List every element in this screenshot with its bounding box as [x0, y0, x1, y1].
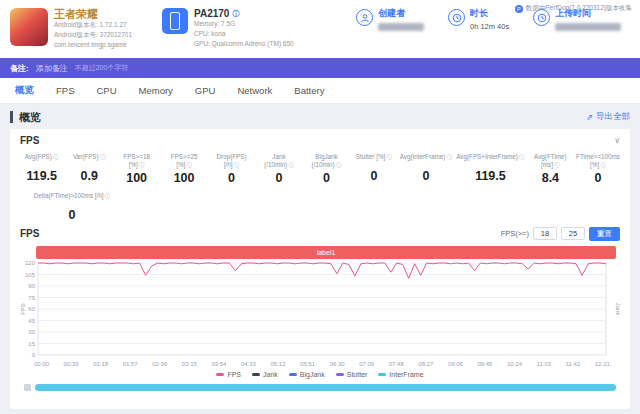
svg-text:0: 0 — [32, 352, 36, 358]
device-cpu: CPU: kona — [194, 29, 294, 39]
legend-marker — [252, 373, 260, 376]
info-icon: ⓘ — [234, 162, 240, 168]
metric-label: FTime>=100ms [%]ⓘ — [576, 153, 620, 170]
phone-icon — [162, 8, 188, 34]
creator-label: 创建者 — [378, 8, 424, 18]
scrollbar-handle[interactable] — [24, 384, 31, 391]
fps-metrics-grid: Avg(FPS)ⓘ119.5Var(FPS)ⓘ0.9FPS>=18 [%]ⓘ10… — [20, 153, 620, 185]
fps-chart-title: FPS — [20, 228, 39, 239]
add-note-input[interactable]: 添加备注 — [36, 63, 68, 74]
metric-value: 0.9 — [67, 169, 110, 183]
svg-text:45: 45 — [28, 317, 35, 323]
threshold-label: FPS(>=) — [501, 229, 529, 238]
upload-time-value-redacted — [555, 23, 621, 31]
fps-chart[interactable]: FPS 0153045607590105120 Jank — [20, 260, 620, 360]
tab-Network[interactable]: Network — [226, 78, 283, 103]
tab-CPU[interactable]: CPU — [85, 78, 127, 103]
legend-Stutter[interactable]: Stutter — [336, 371, 368, 378]
svg-text:75: 75 — [28, 294, 35, 300]
x-tick: 01:57 — [123, 361, 138, 367]
content-area: 概览 ⇗ 导出全部 FPS ∨ Avg(FPS)ⓘ119.5Var(FPS)ⓘ0… — [0, 104, 640, 414]
y-axis-right-title: Jank — [616, 302, 622, 315]
info-icon: ⓘ — [600, 162, 606, 168]
info-icon: ⓘ — [519, 154, 525, 160]
x-tick: 07:48 — [389, 361, 404, 367]
device-info-icon[interactable]: ⓘ — [232, 8, 239, 19]
x-axis-ticks: 00:0000:3901:1801:5702:3603:1503:5404:33… — [34, 361, 610, 367]
metric-label: Avg(FPS)ⓘ — [20, 153, 63, 168]
clock-icon — [448, 9, 465, 26]
chart-legend: FPSJankBigJankStutterInterFrame — [20, 371, 620, 378]
tab-概览[interactable]: 概览 — [4, 78, 45, 103]
info-icon: ⓘ — [139, 162, 145, 168]
metric-Avg(FPS+InterFrame): Avg(FPS+InterFrame)ⓘ119.5 — [456, 153, 524, 185]
metric-Avg(InterFrame): Avg(InterFrame)ⓘ0 — [400, 153, 453, 185]
creator-meta: 创建者 — [356, 8, 424, 31]
info-icon: ⓘ — [386, 154, 392, 160]
tab-Memory[interactable]: Memory — [128, 78, 184, 103]
metric-label: FPS>=18 [%]ⓘ — [115, 153, 158, 170]
note-hint: 不超过200个字符 — [75, 63, 129, 73]
info-icon: ⓘ — [336, 162, 342, 168]
legend-Jank[interactable]: Jank — [252, 371, 278, 378]
export-all-link[interactable]: ⇗ 导出全部 — [586, 111, 630, 123]
info-icon: ⓘ — [53, 154, 59, 160]
app-version-name: Android版本名: 1.72.1.27 — [54, 20, 132, 30]
metric-value: 119.5 — [456, 169, 524, 183]
creator-icon — [356, 9, 373, 26]
legend-InterFrame[interactable]: InterFrame — [378, 371, 423, 378]
metric-value: 0 — [352, 169, 395, 183]
info-icon: ⓘ — [100, 154, 106, 160]
label-banner[interactable]: label1 — [36, 246, 616, 259]
device-name: PA2170 ⓘ — [194, 8, 294, 19]
x-tick: 05:12 — [271, 361, 286, 367]
metric-value: 0 — [305, 171, 348, 185]
fps-card: FPS ∨ Avg(FPS)ⓘ119.5Var(FPS)ⓘ0.9FPS>=18 … — [10, 129, 630, 409]
info-icon: ⓘ — [554, 162, 560, 168]
overview-section-head: 概览 ⇗ 导出全部 — [10, 111, 630, 123]
legend-BigJank[interactable]: BigJank — [289, 371, 325, 378]
reset-button[interactable]: 重置 — [589, 227, 620, 241]
metric-Avg(FTime) [ms]: Avg(FTime) [ms]ⓘ8.4 — [529, 153, 572, 185]
svg-text:30: 30 — [28, 329, 35, 335]
legend-FPS[interactable]: FPS — [216, 371, 241, 378]
threshold-input-2[interactable] — [561, 227, 585, 240]
x-tick: 03:54 — [211, 361, 226, 367]
app-title: 王者荣耀 — [54, 8, 132, 20]
svg-text:60: 60 — [28, 306, 35, 312]
metric-Var(FPS): Var(FPS)ⓘ0.9 — [67, 153, 110, 185]
fps-line-chart[interactable]: 0153045607590105120 — [20, 260, 618, 360]
fps-panel-title: FPS — [20, 135, 39, 146]
scrollbar-track[interactable] — [35, 384, 616, 391]
device-model: PA2170 — [194, 8, 229, 19]
fps-chart-head: FPS FPS(>=) 重置 — [20, 227, 620, 241]
svg-text:15: 15 — [28, 340, 35, 346]
threshold-input-1[interactable] — [533, 227, 557, 240]
metric-value: 0 — [257, 171, 300, 185]
metric-label: Avg(FTime) [ms]ⓘ — [529, 153, 572, 170]
metric-label: BigJank (/10min)ⓘ — [305, 153, 348, 170]
tab-GPU[interactable]: GPU — [184, 78, 227, 103]
x-tick: 03:15 — [182, 361, 197, 367]
metric-label: Jank (/10min)ⓘ — [257, 153, 300, 170]
x-tick: 01:18 — [93, 361, 108, 367]
svg-text:90: 90 — [28, 283, 35, 289]
chart-range-scrollbar[interactable] — [24, 384, 616, 391]
y-axis-left-title: FPS — [20, 303, 26, 315]
extra-metric-value: 0 — [24, 208, 120, 222]
metric-label: Avg(InterFrame)ⓘ — [400, 153, 453, 168]
game-app-icon — [10, 8, 48, 46]
fps-panel-head: FPS ∨ — [20, 135, 620, 149]
x-tick: 09:06 — [448, 361, 463, 367]
tab-Battery[interactable]: Battery — [283, 78, 335, 103]
legend-marker — [336, 373, 344, 376]
metric-FPS>=18 [%]: FPS>=18 [%]ⓘ100 — [115, 153, 158, 185]
note-bar: 备注: 添加备注 不超过200个字符 — [0, 58, 640, 78]
metric-label: Var(FPS)ⓘ — [67, 153, 110, 168]
device-gpu: GPU: Qualcomm Adreno (TM) 650 — [194, 39, 294, 49]
legend-marker — [216, 373, 224, 376]
x-tick: 04:33 — [241, 361, 256, 367]
collapse-chevron-icon[interactable]: ∨ — [614, 136, 620, 145]
duration-meta: 时长 0h 12m 40s — [448, 8, 509, 31]
tab-FPS[interactable]: FPS — [45, 78, 85, 103]
